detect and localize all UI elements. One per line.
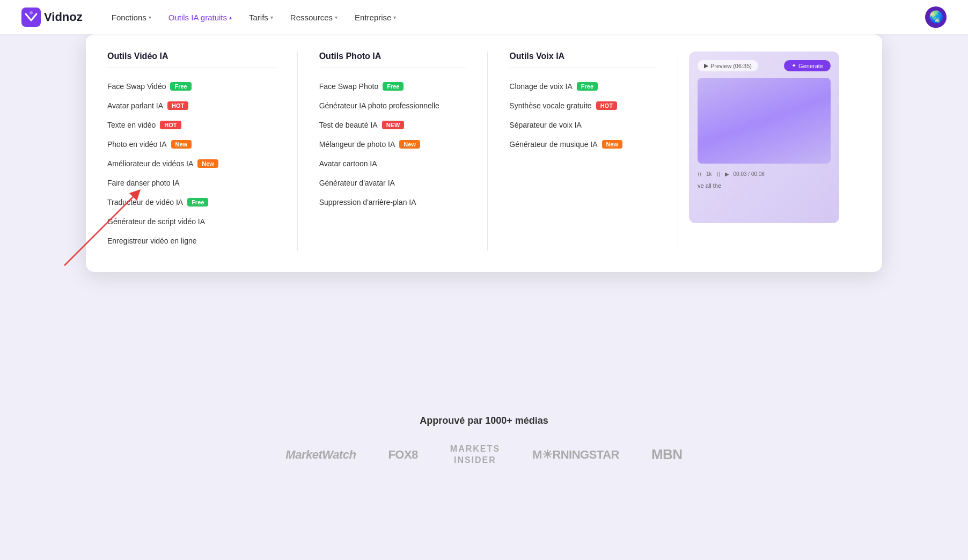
menu-item-face-swap-photo[interactable]: Face Swap Photo Free bbox=[319, 77, 466, 96]
menu-item-face-swap-video[interactable]: Face Swap Vidéo Free bbox=[107, 77, 276, 96]
logo[interactable]: Vidnoz bbox=[21, 8, 83, 27]
brand-marketwatch: MarketWatch bbox=[285, 448, 356, 462]
logo-text: Vidnoz bbox=[44, 10, 83, 24]
dropdown-menu: Outils Vidéo IA Face Swap Vidéo Free Ava… bbox=[86, 34, 882, 272]
badge-hot: HOT bbox=[596, 101, 617, 110]
col-video-title: Outils Vidéo IA bbox=[107, 51, 276, 68]
brand-mbn: MBN bbox=[651, 446, 683, 463]
preview-generate-button[interactable]: ✦ Generate bbox=[784, 60, 831, 71]
menu-item-generateur-musique[interactable]: Générateur de musique IA New bbox=[509, 135, 656, 154]
nav-entreprise[interactable]: Entreprise ▾ bbox=[347, 9, 404, 26]
generate-icon: ✦ bbox=[791, 62, 796, 69]
col-voix-ia: Outils Voix IA Clonage de voix IA Free S… bbox=[488, 51, 678, 250]
badge-new: New bbox=[602, 140, 623, 149]
menu-item-generateur-avatar[interactable]: Générateur d'avatar IA bbox=[319, 173, 466, 193]
approved-section: Approuvé par 1000+ médias MarketWatch FO… bbox=[0, 394, 968, 477]
chevron-down-icon: ▾ bbox=[149, 14, 151, 20]
preview-text: ve all the bbox=[698, 182, 831, 189]
preview-badge-button[interactable]: ▶ Preview (06:35) bbox=[698, 60, 758, 71]
badge-hot: HOT bbox=[160, 121, 181, 129]
svg-rect-0 bbox=[21, 8, 41, 27]
col-video-ia: Outils Vidéo IA Face Swap Vidéo Free Ava… bbox=[107, 51, 298, 250]
menu-item-ameliorateur[interactable]: Améliorateur de vidéos IA New bbox=[107, 154, 276, 173]
avatar-icon: 🌏 bbox=[929, 10, 943, 24]
brand-morningstar: M☀RNINGSTAR bbox=[532, 448, 619, 462]
menu-item-suppression-bg[interactable]: Suppression d'arrière-plan IA bbox=[319, 193, 466, 212]
badge-new: New bbox=[171, 140, 192, 149]
fast-forward-icon[interactable]: ⟩⟩ bbox=[716, 171, 721, 177]
preview-panel: ▶ Preview (06:35) ✦ Generate ⟨⟨ 1k ⟩⟩ bbox=[689, 51, 839, 223]
menu-item-clonage-voix[interactable]: Clonage de voix IA Free bbox=[509, 77, 656, 96]
menu-item-melangeur-photo[interactable]: Mélangeur de photo IA New bbox=[319, 135, 466, 154]
brand-fox8: FOX8 bbox=[388, 448, 417, 462]
col-photo-ia: Outils Photo IA Face Swap Photo Free Gén… bbox=[298, 51, 488, 250]
menu-item-separateur-voix[interactable]: Séparateur de voix IA bbox=[509, 115, 656, 135]
menu-item-avatar-parlant[interactable]: Avatar parlant IA HOT bbox=[107, 96, 276, 115]
chevron-up-icon: ▴ bbox=[229, 14, 232, 20]
approved-title: Approuvé par 1000+ médias bbox=[0, 415, 968, 426]
avatar[interactable]: 🌏 bbox=[925, 6, 947, 28]
play-btn-icon[interactable]: ▶ bbox=[725, 171, 729, 177]
badge-free: Free bbox=[170, 82, 191, 91]
preview-top-bar: ▶ Preview (06:35) ✦ Generate bbox=[698, 60, 831, 71]
col-photo-title: Outils Photo IA bbox=[319, 51, 466, 68]
brands-row: MarketWatch FOX8 MARKETSINSIDER M☀RNINGS… bbox=[0, 444, 968, 466]
chevron-down-icon: ▾ bbox=[270, 14, 273, 20]
preview-col: ▶ Preview (06:35) ✦ Generate ⟨⟨ 1k ⟩⟩ bbox=[678, 51, 861, 250]
menu-item-traducteur[interactable]: Traducteur de vidéo IA Free bbox=[107, 193, 276, 212]
menu-item-synthese-vocale[interactable]: Synthèse vocale gratuite HOT bbox=[509, 96, 656, 115]
chevron-down-icon: ▾ bbox=[335, 14, 338, 20]
badge-new: New bbox=[197, 159, 218, 168]
menu-item-script-video[interactable]: Générateur de script vidéo IA bbox=[107, 212, 276, 231]
nav-right: 🌏 bbox=[925, 6, 947, 28]
badge-new: New bbox=[399, 140, 420, 149]
col-voix-title: Outils Voix IA bbox=[509, 51, 656, 68]
badge-free: Free bbox=[577, 82, 598, 91]
navbar: Vidnoz Fonctions ▾ Outils IA gratuits ▴ … bbox=[0, 0, 968, 34]
menu-item-photo-video[interactable]: Photo en vidéo IA New bbox=[107, 135, 276, 154]
rewind-icon[interactable]: ⟨⟨ bbox=[698, 171, 702, 177]
chevron-down-icon: ▾ bbox=[393, 14, 396, 20]
badge-hot: NEW bbox=[382, 121, 405, 129]
preview-video-area bbox=[698, 78, 831, 164]
badge-hot: HOT bbox=[167, 101, 188, 110]
brand-markets-insider: MARKETSINSIDER bbox=[450, 444, 500, 466]
menu-item-texte-video[interactable]: Texte en vidéo HOT bbox=[107, 115, 276, 135]
svg-point-1 bbox=[30, 11, 33, 14]
menu-item-test-beaute[interactable]: Test de beauté IA NEW bbox=[319, 115, 466, 135]
nav-ressources[interactable]: Ressources ▾ bbox=[283, 9, 345, 26]
badge-free: Free bbox=[383, 82, 404, 91]
nav-tarifs[interactable]: Tarifs ▾ bbox=[241, 9, 281, 26]
badge-free: Free bbox=[187, 198, 208, 207]
menu-item-avatar-cartoon[interactable]: Avatar cartoon IA bbox=[319, 154, 466, 173]
dropdown-grid: Outils Vidéo IA Face Swap Vidéo Free Ava… bbox=[107, 51, 861, 250]
preview-controls: ⟨⟨ 1k ⟩⟩ ▶ 00:03 / 00:08 bbox=[698, 169, 831, 179]
nav-links: Fonctions ▾ Outils IA gratuits ▴ Tarifs … bbox=[104, 9, 925, 26]
menu-item-faire-danser[interactable]: Faire danser photo IA bbox=[107, 173, 276, 193]
menu-item-enregistreur[interactable]: Enregistreur vidéo en ligne bbox=[107, 231, 276, 250]
play-icon: ▶ bbox=[704, 62, 708, 69]
menu-item-generateur-photo[interactable]: Générateur IA photo professionnelle bbox=[319, 96, 466, 115]
nav-fonctions[interactable]: Fonctions ▾ bbox=[104, 9, 159, 26]
nav-outils-ia[interactable]: Outils IA gratuits ▴ bbox=[161, 9, 239, 26]
